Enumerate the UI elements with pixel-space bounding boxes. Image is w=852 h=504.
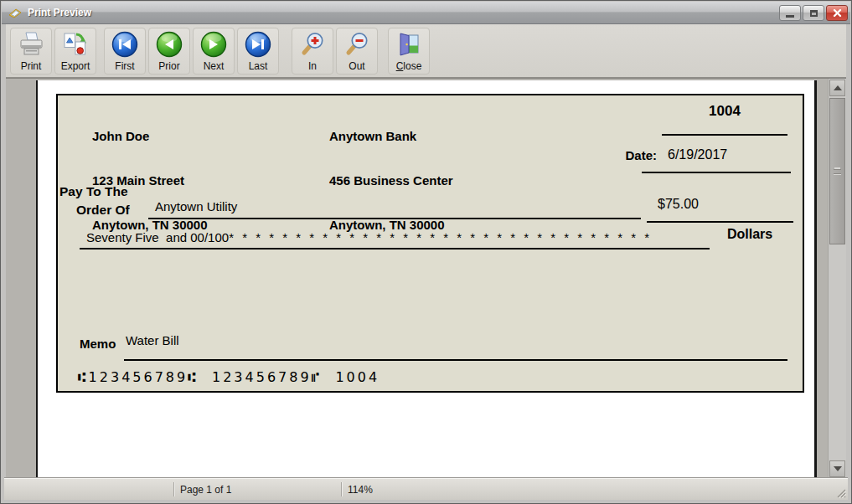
page-preview: John Doe 123 Main Street Anytown, TN 300…: [36, 80, 817, 478]
first-page-button[interactable]: First: [104, 28, 146, 75]
door-exit-icon: [395, 31, 422, 58]
scrollbar-grip-icon: [834, 169, 841, 174]
restore-icon: [810, 10, 818, 17]
prior-button-label: Prior: [158, 61, 179, 72]
amount-value: $75.00: [658, 197, 699, 212]
zoom-out-icon: [343, 31, 370, 58]
printer-icon: [18, 31, 44, 58]
check-preview: John Doe 123 Main Street Anytown, TN 300…: [56, 94, 804, 393]
statusbar-divider: [173, 482, 174, 496]
pay-to-label-line2: Order Of: [76, 203, 130, 218]
titlebar[interactable]: Print Preview: [2, 2, 850, 24]
date-underline: [642, 172, 791, 173]
preview-area: John Doe 123 Main Street Anytown, TN 300…: [6, 78, 846, 478]
bank-address1: 456 Business Center: [329, 172, 453, 188]
resize-grip[interactable]: [834, 486, 846, 498]
page-indicator: Page 1 of 1: [180, 484, 231, 496]
toolbar: Print Export: [6, 24, 846, 78]
memo-value: Water Bill: [126, 333, 179, 347]
zoom-out-button[interactable]: Out: [336, 28, 378, 75]
memo-label: Memo: [80, 337, 116, 351]
print-preview-app-icon: [8, 6, 23, 19]
minimize-button[interactable]: [779, 5, 801, 21]
vertical-scrollbar[interactable]: [828, 79, 846, 478]
last-page-button[interactable]: Last: [237, 28, 279, 75]
close-icon: [833, 8, 842, 18]
minimize-icon: [786, 15, 794, 18]
date-value: 6/19/2017: [668, 147, 727, 162]
scrollbar-thumb[interactable]: [829, 98, 845, 244]
signature-line: [546, 359, 787, 361]
export-icon: [62, 31, 89, 58]
check-number-underline: [662, 134, 787, 136]
next-button-label: Next: [204, 61, 225, 72]
first-page-icon: [111, 31, 138, 58]
dollars-label: Dollars: [727, 227, 772, 242]
last-page-icon: [245, 31, 271, 58]
amount-in-words: Seventy Five and 00/100* * * * * * * * *…: [86, 230, 652, 244]
amount-words-underline: [80, 248, 710, 249]
zoom-out-button-label: Out: [349, 61, 364, 72]
scroll-down-arrow-icon: [834, 466, 842, 471]
check-number: 1004: [662, 103, 787, 120]
restore-button[interactable]: [803, 5, 824, 21]
print-button[interactable]: Print: [10, 28, 52, 75]
zoom-in-button[interactable]: In: [292, 28, 333, 75]
prior-page-button[interactable]: Prior: [148, 28, 190, 75]
close-button-label: Close: [396, 61, 422, 72]
scroll-down-button[interactable]: [829, 460, 845, 477]
micr-line: ⑆123456789⑆ 123456789⑈ 1004: [78, 369, 380, 385]
scroll-up-button[interactable]: [829, 80, 845, 96]
export-button-label: Export: [61, 61, 90, 72]
next-page-button[interactable]: Next: [193, 28, 235, 75]
print-button-label: Print: [21, 61, 42, 72]
close-window-button[interactable]: [826, 5, 848, 21]
payer-name: John Doe: [92, 128, 208, 144]
zoom-in-icon: [299, 31, 326, 58]
scroll-up-arrow-icon: [834, 85, 842, 90]
next-page-icon: [200, 31, 227, 58]
statusbar-divider: [341, 482, 342, 496]
memo-underline: [124, 359, 575, 361]
payee-name: Anytown Utility: [155, 199, 237, 213]
status-bar: Page 1 of 1 114%: [4, 478, 848, 500]
close-preview-button[interactable]: Close: [388, 28, 430, 75]
first-button-label: First: [115, 61, 134, 72]
amount-words-text: Seventy Five and 00/100: [86, 230, 229, 244]
prior-page-icon: [156, 31, 183, 58]
zoom-in-button-label: In: [308, 61, 317, 72]
zoom-indicator: 114%: [348, 484, 373, 496]
window-title: Print Preview: [28, 7, 91, 18]
export-button[interactable]: Export: [54, 28, 96, 75]
amount-underline: [647, 221, 793, 223]
print-preview-window: Print Preview: [0, 0, 852, 504]
pay-to-label-line1: Pay To The: [59, 184, 128, 199]
amount-words-stars: * * * * * * * * * * * * * * * * * * * * …: [229, 230, 652, 244]
payee-underline: [148, 218, 641, 219]
last-button-label: Last: [249, 61, 268, 72]
bank-name: Anytown Bank: [329, 128, 453, 144]
date-label: Date:: [594, 148, 657, 162]
